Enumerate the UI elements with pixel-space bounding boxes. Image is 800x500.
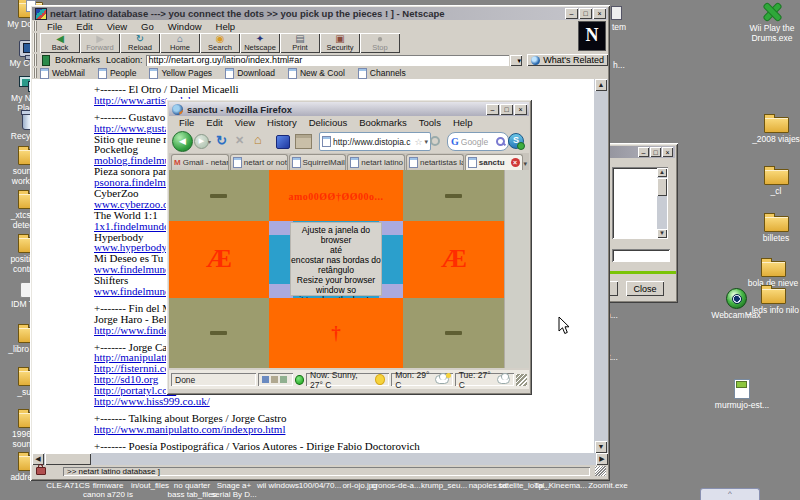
toolbar-grip[interactable] <box>33 68 37 78</box>
weather-mon[interactable]: Mon: 29° C <box>391 373 452 386</box>
bookmarks-button[interactable]: Bookmarks <box>55 55 100 65</box>
hidden-file-icon[interactable] <box>611 6 622 20</box>
toolbar-grip[interactable] <box>33 21 37 31</box>
desktop-icon-leds-info-nilo[interactable]: _leds info nilo <box>740 288 800 316</box>
desktop-icon-murmujo-est[interactable]: murmujo-est... <box>712 379 772 411</box>
menu-tools[interactable]: Tools <box>413 117 447 128</box>
dialog-close-button[interactable]: Close <box>626 281 664 296</box>
desktop-icon-label-cronos-de-a[interactable]: cronos-de-a... <box>370 481 422 490</box>
menu-edit[interactable]: Edit <box>69 21 99 32</box>
resize-grip[interactable] <box>595 466 606 476</box>
dialog-text-field[interactable] <box>612 249 670 262</box>
personal-toolbar-webmail[interactable]: WebMail <box>40 68 85 79</box>
tab-list-dropdown-icon[interactable]: ▾ <box>524 160 528 168</box>
personal-toolbar-new-cool[interactable]: New & Cool <box>288 68 345 79</box>
tab-close-icon[interactable]: × <box>511 158 520 167</box>
security-lock-icon[interactable] <box>36 467 46 475</box>
mail-icon[interactable] <box>280 376 287 383</box>
desktop-icon-label-zoomit-exe[interactable]: Zoomit.exe <box>582 481 634 490</box>
netscape-n-logo[interactable]: N <box>578 21 606 51</box>
forward-dropdown-icon[interactable]: ▾ <box>208 138 211 145</box>
print-button[interactable]: ▤Print <box>280 33 320 53</box>
reload-icon[interactable]: ↻ <box>216 133 227 148</box>
window-icon[interactable] <box>271 376 278 383</box>
extension-icon[interactable] <box>276 135 290 149</box>
firefox-maximize-button[interactable]: □ <box>500 104 513 115</box>
desktop-icon-2008-viajes[interactable]: _2008 viajes <box>746 117 800 145</box>
image-icon[interactable] <box>262 376 269 383</box>
menu-edit[interactable]: Edit <box>200 117 228 128</box>
netscape-minimize-button[interactable]: – <box>565 8 578 19</box>
reload-button[interactable]: ↻Reload <box>120 33 160 53</box>
desktop-icon-wii-play-the-drums-exe[interactable]: Wii Play the Drums.exe <box>744 2 800 43</box>
firefox-title-bar[interactable]: sanctu - Mozilla Firefox – □ × <box>169 102 529 116</box>
personal-toolbar-channels[interactable]: Channels <box>358 68 406 79</box>
menu-history[interactable]: History <box>261 117 303 128</box>
location-input[interactable]: http://netart.org.uy/latino/index.html#a… <box>146 55 510 66</box>
menu-file[interactable]: File <box>173 117 200 128</box>
desktop-icon-cl[interactable]: _cl <box>746 169 800 197</box>
security-button[interactable]: ▣Security <box>320 33 360 53</box>
home-icon[interactable]: ⌂ <box>254 132 262 147</box>
firefox-minimize-button[interactable]: – <box>486 104 499 115</box>
bookmark-star-icon[interactable]: ☆ <box>414 137 422 147</box>
dialog-maximize-button[interactable]: □ <box>650 147 661 157</box>
dialog-minimize-button[interactable]: – <box>638 147 649 157</box>
menu-go[interactable]: Go <box>134 21 161 32</box>
resize-grip[interactable] <box>516 374 527 386</box>
tab-netartistas-lati[interactable]: netartistas lati.. <box>406 154 464 170</box>
dialog-listbox[interactable]: ▲ ▼ <box>612 167 668 239</box>
menu-view[interactable]: View <box>100 21 134 32</box>
tab-netart-latino-d[interactable]: netart latino d.. <box>347 154 405 170</box>
tab-sanctu[interactable]: sanctu× <box>465 154 523 170</box>
status-extension-icons[interactable] <box>258 373 293 386</box>
link-icon[interactable] <box>430 136 440 146</box>
menu-bookmarks[interactable]: Bookmarks <box>353 117 413 128</box>
back-button[interactable]: ◀Back <box>40 33 80 53</box>
stop-icon[interactable]: ✕ <box>235 134 244 147</box>
firefox-window[interactable]: sanctu - Mozilla Firefox – □ × FileEditV… <box>166 99 532 395</box>
tab-gmail-netart[interactable]: MGmail - netart.. <box>171 154 229 170</box>
scroll-up-icon[interactable]: ▲ <box>657 168 667 177</box>
menu-help[interactable]: Help <box>209 21 243 32</box>
vertical-scrollbar[interactable]: ▲ ▼ <box>594 79 608 453</box>
scrollbar-thumb[interactable] <box>657 178 667 196</box>
scroll-left-icon[interactable]: ◀ <box>32 453 44 465</box>
scroll-down-icon[interactable]: ▼ <box>657 229 667 238</box>
extension-s-globe-icon[interactable]: S <box>508 133 524 149</box>
whats-related-button[interactable]: What's Related <box>527 54 608 66</box>
search-placeholder[interactable]: Google <box>461 137 494 147</box>
scroll-right-icon[interactable]: ▶ <box>596 453 608 465</box>
tag-archive-icon[interactable] <box>295 134 312 149</box>
toolbar-grip[interactable] <box>33 54 37 66</box>
toolbar-grip[interactable] <box>33 33 37 52</box>
scroll-up-icon[interactable]: ▲ <box>595 79 607 91</box>
scrollbar-thumb[interactable] <box>595 93 607 149</box>
personal-toolbar-people[interactable]: People <box>98 68 136 79</box>
page-link[interactable]: http://www.hiss999.co.uk/ <box>94 396 590 407</box>
url-bar[interactable]: http://www.distopia.c ☆ ▾ <box>319 132 431 151</box>
hidden-window-peek[interactable]: ^ <box>700 488 760 500</box>
desktop-icon-billetes[interactable]: billetes <box>746 216 800 244</box>
scrollbar-thumb[interactable] <box>45 453 91 465</box>
personal-toolbar-yellow-pages[interactable]: Yellow Pages <box>149 68 212 79</box>
forward-button[interactable]: ▶ <box>194 134 209 149</box>
scroll-down-icon[interactable]: ▼ <box>595 441 607 453</box>
search-button[interactable]: ◉Search <box>200 33 240 53</box>
horizontal-scrollbar[interactable]: ◀ ▶ <box>32 453 608 465</box>
url-dropdown-icon[interactable]: ▾ <box>424 138 428 146</box>
netscape-maximize-button[interactable]: □ <box>579 8 592 19</box>
back-button[interactable]: ◀ <box>172 131 193 152</box>
page-scrollbar[interactable] <box>504 170 529 368</box>
firefox-close-button[interactable]: × <box>514 104 527 115</box>
netscape-close-button[interactable]: × <box>593 8 606 19</box>
dialog-close-icon[interactable]: × <box>662 147 673 157</box>
location-dropdown-icon[interactable]: ▼ <box>510 55 522 66</box>
dialog-listbox-scrollbar[interactable]: ▲ ▼ <box>657 168 667 238</box>
desktop-icon-label-tai-kineema[interactable]: Tai_Kineema... <box>534 481 586 490</box>
menu-window[interactable]: Window <box>161 21 209 32</box>
menu-file[interactable]: File <box>40 21 69 32</box>
menu-view[interactable]: View <box>229 117 261 128</box>
personal-toolbar-download[interactable]: Download <box>225 68 275 79</box>
netscape-button[interactable]: ✦Netscape <box>240 33 280 53</box>
